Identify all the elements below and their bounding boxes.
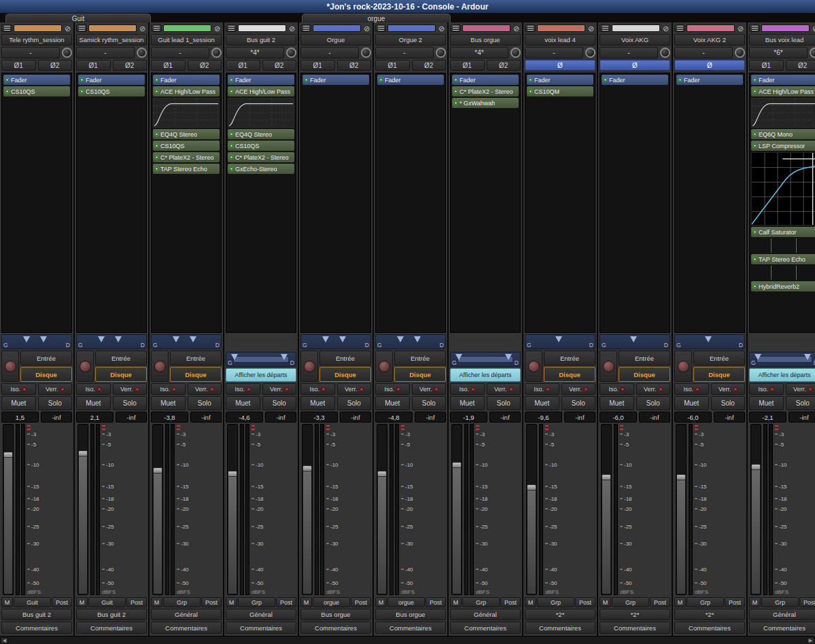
peak-display[interactable]: -inf bbox=[190, 412, 222, 423]
monitor-disk-button[interactable]: Disque bbox=[20, 367, 72, 382]
monitor-disk-button[interactable]: Disque bbox=[394, 367, 446, 382]
record-enable-button[interactable] bbox=[151, 351, 169, 382]
input-button[interactable]: - bbox=[525, 47, 583, 58]
mute-button[interactable]: Muet bbox=[375, 396, 410, 410]
solo-button[interactable]: Solo bbox=[38, 396, 73, 410]
solo-lock-button[interactable]: Verr. bbox=[786, 383, 815, 395]
mute-button[interactable]: Muet bbox=[674, 396, 709, 410]
track-color-bar[interactable] bbox=[238, 24, 286, 32]
fader-processor[interactable]: Fader bbox=[377, 75, 444, 85]
pan-control[interactable]: GD bbox=[749, 352, 815, 367]
pan-control[interactable]: GD bbox=[76, 334, 147, 349]
input-button[interactable]: - bbox=[151, 47, 209, 58]
group-tab-orgue[interactable]: orgue bbox=[302, 14, 451, 22]
pan-thumb-icon[interactable] bbox=[339, 336, 346, 342]
show-sends-button[interactable]: Afficher les départs bbox=[749, 368, 815, 382]
mute-button[interactable]: Muet bbox=[76, 396, 111, 410]
pan-control[interactable]: GD bbox=[600, 334, 670, 349]
plugin-processor[interactable]: C* PlateX2 - Stereo bbox=[153, 152, 220, 162]
plugin-processor[interactable]: CS10QS bbox=[153, 141, 220, 151]
phase-invert-button[interactable]: Ø1 bbox=[375, 60, 410, 71]
pan-thumb-icon[interactable] bbox=[281, 354, 288, 360]
comments-button[interactable]: Commentaires bbox=[151, 622, 222, 634]
comments-button[interactable]: Commentaires bbox=[300, 622, 371, 634]
processor-active-led[interactable] bbox=[230, 156, 233, 159]
processor-active-led[interactable] bbox=[753, 285, 757, 288]
processor-active-led[interactable] bbox=[155, 144, 158, 147]
processor-active-led[interactable] bbox=[230, 90, 233, 93]
track-color-bar[interactable] bbox=[88, 24, 137, 32]
plugin-processor[interactable]: GxEcho-Stereo bbox=[228, 164, 294, 174]
monitor-disk-button[interactable]: Disque bbox=[319, 367, 371, 382]
gain-fader[interactable] bbox=[302, 424, 313, 595]
phase-invert-button[interactable]: Ø1 bbox=[226, 60, 260, 71]
plugin-processor[interactable]: C* PlateX2 - Stereo bbox=[228, 152, 294, 162]
track-color-bar[interactable] bbox=[537, 24, 585, 32]
track-name-button[interactable]: Tele rythm_session bbox=[1, 34, 72, 46]
phase-invert-button[interactable]: Ø2 bbox=[412, 60, 447, 71]
processor-active-led[interactable] bbox=[155, 156, 158, 159]
gain-fader[interactable] bbox=[750, 424, 761, 595]
processor-box[interactable]: Fader bbox=[300, 73, 371, 333]
monitor-input-button[interactable]: Entrée bbox=[170, 351, 222, 365]
scroll-left-icon[interactable]: ◀ bbox=[1, 637, 8, 644]
post-button[interactable]: Post bbox=[650, 597, 670, 607]
pan-thumb-icon[interactable] bbox=[98, 336, 105, 342]
metering-point-button[interactable]: M bbox=[450, 597, 462, 607]
solo-lock-button[interactable]: Verr. bbox=[188, 383, 222, 395]
solo-lock-button[interactable]: Verr. bbox=[38, 383, 73, 395]
solo-lock-button[interactable]: Verr. bbox=[113, 383, 148, 395]
comments-button[interactable]: Commentaires bbox=[76, 622, 147, 634]
fader-handle[interactable] bbox=[751, 464, 761, 470]
pan-control[interactable]: GD bbox=[1, 334, 72, 349]
gain-fader[interactable] bbox=[451, 424, 462, 595]
trim-knob[interactable] bbox=[211, 48, 222, 58]
input-button[interactable]: *4* bbox=[226, 47, 284, 58]
solo-isolate-button[interactable]: Iso. bbox=[674, 383, 709, 395]
peak-display[interactable]: -inf bbox=[639, 412, 670, 423]
phase-invert-button[interactable]: Ø2 bbox=[38, 60, 73, 71]
fader-processor[interactable]: Fader bbox=[153, 75, 220, 85]
output-button[interactable]: Bus guit 2 bbox=[1, 609, 72, 620]
processor-active-led[interactable] bbox=[753, 144, 757, 147]
comments-button[interactable]: Commentaires bbox=[1, 622, 72, 634]
gain-fader[interactable] bbox=[601, 424, 612, 595]
strip-menu-icon[interactable] bbox=[674, 24, 685, 32]
track-name-button[interactable]: Bus guit 2 bbox=[226, 34, 296, 46]
trim-knob[interactable] bbox=[137, 48, 147, 58]
hide-strip-icon[interactable]: ⊘ bbox=[288, 24, 296, 33]
output-button[interactable]: Bus orgue bbox=[300, 609, 371, 620]
solo-isolate-button[interactable]: Iso. bbox=[749, 383, 784, 395]
strip-menu-icon[interactable] bbox=[1, 24, 12, 32]
input-button[interactable]: *6* bbox=[749, 47, 808, 58]
fader-processor[interactable]: Fader bbox=[751, 75, 815, 85]
trim-knob[interactable] bbox=[735, 48, 745, 58]
solo-lock-button[interactable]: Verr. bbox=[711, 383, 746, 395]
solo-isolate-button[interactable]: Iso. bbox=[300, 383, 335, 395]
solo-isolate-button[interactable]: Iso. bbox=[450, 383, 485, 395]
fader-handle[interactable] bbox=[228, 471, 237, 477]
track-name-button[interactable]: Orgue bbox=[300, 34, 371, 46]
gain-display[interactable]: -3,3 bbox=[300, 412, 338, 423]
processor-active-led[interactable] bbox=[529, 78, 532, 82]
pan-thumb-icon[interactable] bbox=[115, 336, 122, 342]
peak-display[interactable]: -inf bbox=[788, 412, 815, 423]
phase-invert-button[interactable]: Ø1 bbox=[300, 60, 335, 71]
filter-response-graph[interactable] bbox=[153, 98, 220, 128]
processor-active-led[interactable] bbox=[454, 101, 457, 105]
processor-active-led[interactable] bbox=[529, 90, 532, 93]
solo-lock-button[interactable]: Verr. bbox=[636, 383, 671, 395]
hide-strip-icon[interactable]: ⊘ bbox=[213, 24, 222, 33]
solo-button[interactable]: Solo bbox=[337, 396, 372, 410]
peak-display[interactable]: -inf bbox=[564, 412, 595, 423]
fader-processor[interactable]: Fader bbox=[78, 75, 145, 85]
group-button[interactable]: Grp bbox=[462, 597, 500, 607]
group-button[interactable]: Grp bbox=[163, 597, 201, 607]
processor-active-led[interactable] bbox=[155, 132, 158, 136]
pan-control[interactable]: GD bbox=[226, 352, 296, 367]
hide-strip-icon[interactable]: ⊘ bbox=[661, 24, 670, 33]
input-button[interactable]: - bbox=[375, 47, 434, 58]
plugin-processor[interactable]: EQ6Q Mono bbox=[751, 129, 815, 139]
metering-point-button[interactable]: M bbox=[600, 597, 611, 607]
track-name-button[interactable]: Voix AKG 2 bbox=[674, 34, 745, 46]
